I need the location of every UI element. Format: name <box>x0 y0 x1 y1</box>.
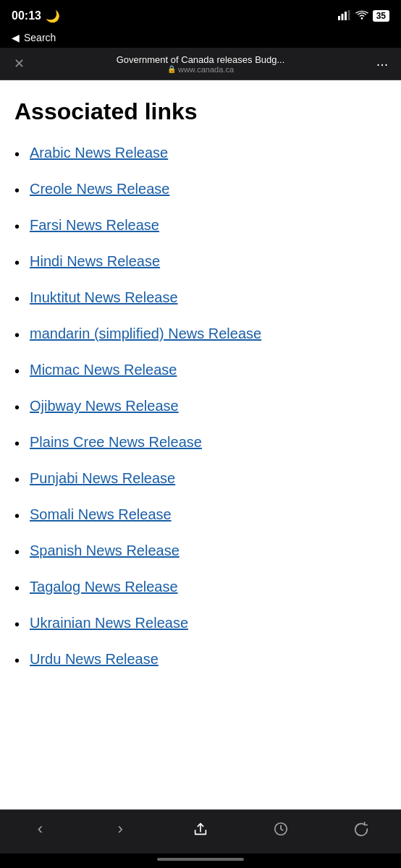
bullet-icon: • <box>14 361 20 381</box>
search-label[interactable]: Search <box>24 32 56 43</box>
wifi-icon <box>355 10 368 22</box>
news-release-link[interactable]: Urdu News Release <box>30 649 159 669</box>
bullet-icon: • <box>14 397 20 417</box>
bottom-nav: ‹ › <box>0 809 401 854</box>
status-bar: 00:13 🌙 35 <box>0 0 401 29</box>
bullet-icon: • <box>14 542 20 562</box>
news-release-link[interactable]: Somali News Release <box>30 504 172 524</box>
bullet-icon: • <box>14 289 20 309</box>
list-item: •Inuktitut News Release <box>14 287 387 309</box>
browser-bar: ✕ Government of Canada releases Budg... … <box>0 48 401 80</box>
list-item: •Hindi News Release <box>14 251 387 273</box>
bullet-icon: • <box>14 144 20 164</box>
bullet-icon: • <box>14 216 20 237</box>
news-release-link[interactable]: Inuktitut News Release <box>30 287 178 307</box>
list-item: •Creole News Release <box>14 179 387 200</box>
search-bar: ◀ Search <box>0 29 401 48</box>
bullet-icon: • <box>14 578 20 598</box>
bullet-icon: • <box>14 469 20 490</box>
list-item: •Plains Cree News Release <box>14 432 387 454</box>
battery-level: 35 <box>373 10 389 22</box>
bullet-icon: • <box>14 614 20 634</box>
bullet-icon: • <box>14 506 20 526</box>
status-icons: 35 <box>338 10 389 22</box>
bullet-icon: • <box>14 180 20 200</box>
news-release-link[interactable]: Spanish News Release <box>30 540 180 561</box>
news-release-link[interactable]: Farsi News Release <box>30 215 159 235</box>
home-indicator <box>0 854 401 868</box>
svg-rect-2 <box>345 12 347 20</box>
lock-icon: 🔒 <box>167 65 176 73</box>
svg-rect-3 <box>347 10 350 20</box>
page-title: Associated links <box>14 98 387 125</box>
news-release-link[interactable]: Ukrainian News Release <box>30 613 188 633</box>
reload-button[interactable] <box>343 816 379 842</box>
news-release-link[interactable]: Punjabi News Release <box>30 468 175 488</box>
more-options-button[interactable]: ··· <box>372 54 392 74</box>
list-item: •Ukrainian News Release <box>14 613 387 634</box>
signal-icon <box>338 10 351 22</box>
page-content: Associated links •Arabic News Release•Cr… <box>0 80 401 809</box>
back-button[interactable]: ‹ <box>22 816 58 842</box>
list-item: •Arabic News Release <box>14 142 387 164</box>
list-item: •Urdu News Release <box>14 649 387 671</box>
browser-url-area: Government of Canada releases Budg... 🔒 … <box>36 54 365 74</box>
list-item: •Spanish News Release <box>14 540 387 562</box>
list-item: •Punjabi News Release <box>14 468 387 490</box>
list-item: •Farsi News Release <box>14 215 387 237</box>
close-tab-button[interactable]: ✕ <box>9 54 29 74</box>
browser-title: Government of Canada releases Budg... <box>36 54 365 65</box>
back-arrow-icon: ◀ <box>12 32 20 43</box>
forward-button[interactable]: › <box>102 816 138 842</box>
links-list: •Arabic News Release•Creole News Release… <box>14 142 387 671</box>
news-release-link[interactable]: Tagalog News Release <box>30 576 178 597</box>
list-item: •mandarin (simplified) News Release <box>14 323 387 345</box>
bullet-icon: • <box>14 650 20 671</box>
list-item: •Ojibway News Release <box>14 396 387 417</box>
news-release-link[interactable]: Creole News Release <box>30 179 169 199</box>
bullet-icon: • <box>14 325 20 345</box>
news-release-link[interactable]: Ojibway News Release <box>30 396 179 416</box>
svg-rect-1 <box>341 14 343 20</box>
browser-url: 🔒 www.canada.ca <box>36 65 365 74</box>
share-button[interactable] <box>182 816 219 842</box>
news-release-link[interactable]: Plains Cree News Release <box>30 432 202 452</box>
status-time: 00:13 🌙 <box>12 9 60 23</box>
svg-point-4 <box>360 17 363 20</box>
recent-tabs-button[interactable] <box>263 816 299 842</box>
bullet-icon: • <box>14 433 20 454</box>
home-bar <box>157 858 244 861</box>
list-item: •Micmac News Release <box>14 359 387 381</box>
svg-rect-0 <box>338 16 340 20</box>
news-release-link[interactable]: Micmac News Release <box>30 359 177 380</box>
news-release-link[interactable]: mandarin (simplified) News Release <box>30 323 261 344</box>
news-release-link[interactable]: Arabic News Release <box>30 142 168 163</box>
moon-icon: 🌙 <box>46 9 60 23</box>
list-item: •Tagalog News Release <box>14 576 387 598</box>
bullet-icon: • <box>14 252 20 273</box>
list-item: •Somali News Release <box>14 504 387 526</box>
news-release-link[interactable]: Hindi News Release <box>30 251 160 271</box>
